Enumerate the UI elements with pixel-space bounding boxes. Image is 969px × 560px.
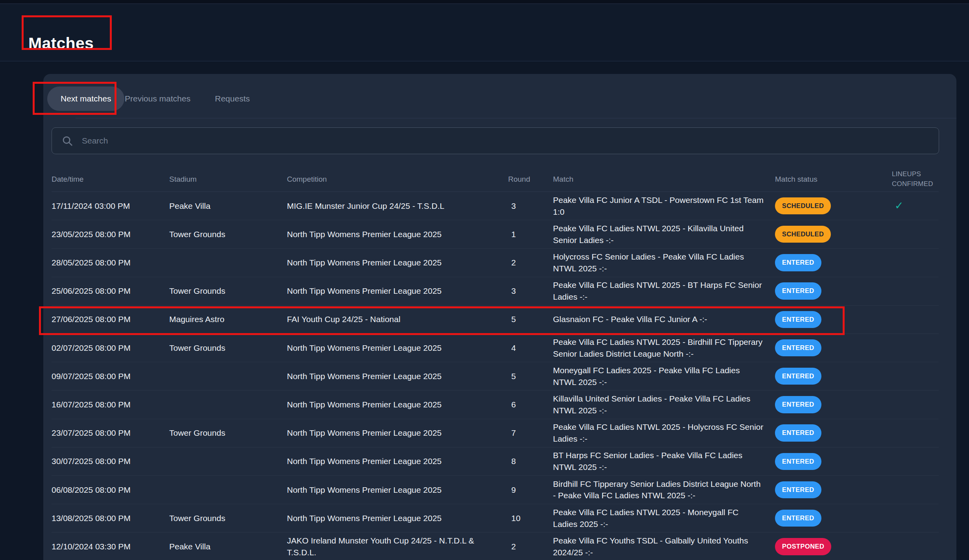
match-cell: Peake Villa FC Ladies NTWL 2025 - Killav… [553, 223, 775, 246]
datetime-cell: 23/05/2025 08:00 PM [52, 228, 169, 240]
match-cell: Peake Villa FC Ladies NTWL 2025 - BT Har… [553, 279, 775, 303]
competition-cell: North Tipp Womens Premier League 2025 [287, 257, 508, 269]
top-strip [0, 0, 969, 4]
table-body: 17/11/2024 03:00 PM Peake Villa MIG.IE M… [52, 192, 939, 560]
table-row[interactable]: 28/05/2025 08:00 PM North Tipp Womens Pr… [52, 249, 939, 277]
match-cell: Peake Villa FC Ladies NTWL 2025 - Birdhi… [553, 336, 775, 360]
table-row[interactable]: 09/07/2025 08:00 PM North Tipp Womens Pr… [52, 362, 939, 391]
status-badge: ENTERED [775, 368, 821, 385]
datetime-cell: 17/11/2024 03:00 PM [52, 200, 169, 212]
competition-cell: North Tipp Womens Premier League 2025 [287, 342, 508, 354]
match-cell: Moneygall FC Ladies 2025 - Peake Villa F… [553, 365, 775, 388]
column-header-round: Round [508, 175, 553, 184]
status-cell: ENTERED [775, 254, 886, 271]
competition-cell: North Tipp Womens Premier League 2025 [287, 484, 508, 496]
tab-requests[interactable]: Requests [215, 87, 250, 111]
round-cell: 1 [508, 228, 553, 240]
status-badge: ENTERED [775, 424, 821, 441]
match-cell: BT Harps FC Senior Ladies - Peake Villa … [553, 449, 775, 473]
column-header-match: Match [553, 175, 775, 184]
competition-cell: North Tipp Womens Premier League 2025 [287, 370, 508, 382]
status-cell: ENTERED [775, 339, 886, 356]
table-row[interactable]: 12/10/2024 03:30 PM Peake Villa JAKO Ire… [52, 532, 939, 560]
search-box[interactable] [52, 127, 939, 154]
table-row[interactable]: 13/08/2025 08:00 PM Tower Grounds North … [52, 504, 939, 532]
tab-previous-matches[interactable]: Previous matches [125, 87, 190, 111]
table-row[interactable]: 25/06/2025 08:00 PM Tower Grounds North … [52, 277, 939, 306]
lineups-confirmed-check-icon: ✓ [895, 200, 904, 212]
status-badge: ENTERED [775, 453, 821, 470]
match-cell: Holycross FC Senior Ladies - Peake Villa… [553, 251, 775, 274]
datetime-cell: 27/06/2025 08:00 PM [52, 313, 169, 325]
match-cell: Peake Villa FC Ladies NTWL 2025 - Moneyg… [553, 507, 775, 530]
page-title: Matches [28, 34, 94, 52]
datetime-cell: 16/07/2025 08:00 PM [52, 399, 169, 411]
match-cell: Birdhill FC Tipperary Senior Ladies Dist… [553, 478, 775, 502]
competition-cell: North Tipp Womens Premier League 2025 [287, 512, 508, 524]
round-cell: 10 [508, 512, 553, 524]
search-input[interactable] [81, 136, 939, 146]
status-badge: SCHEDULED [775, 197, 831, 214]
status-badge: ENTERED [775, 282, 821, 299]
status-cell: SCHEDULED [775, 226, 886, 243]
tabs-divider [76, 118, 956, 118]
match-cell: Killavilla United Senior Ladies - Peake … [553, 393, 775, 416]
round-cell: 5 [508, 313, 553, 325]
status-cell: ENTERED [775, 368, 886, 385]
column-header-match-status: Match status [775, 175, 886, 184]
status-cell: ENTERED [775, 510, 886, 527]
competition-cell: North Tipp Womens Premier League 2025 [287, 455, 508, 467]
table-row[interactable]: 02/07/2025 08:00 PM Tower Grounds North … [52, 334, 939, 362]
status-badge: ENTERED [775, 311, 821, 328]
table-row[interactable]: 27/06/2025 08:00 PM Maguires Astro FAI Y… [52, 306, 939, 334]
stadium-cell: Tower Grounds [169, 285, 287, 297]
datetime-cell: 28/05/2025 08:00 PM [52, 257, 169, 269]
round-cell: 9 [508, 484, 553, 496]
round-cell: 8 [508, 455, 553, 467]
status-cell: ENTERED [775, 311, 886, 328]
competition-cell: North Tipp Womens Premier League 2025 [287, 399, 508, 411]
datetime-cell: 13/08/2025 08:00 PM [52, 512, 169, 524]
round-cell: 3 [508, 200, 553, 212]
datetime-cell: 23/07/2025 08:00 PM [52, 427, 169, 439]
status-cell: ENTERED [775, 453, 886, 470]
status-cell: ENTERED [775, 396, 886, 413]
table-row[interactable]: 23/05/2025 08:00 PM Tower Grounds North … [52, 220, 939, 249]
table-row[interactable]: 06/08/2025 08:00 PM North Tipp Womens Pr… [52, 476, 939, 504]
tab-bar: Next matches Previous matches Requests [43, 74, 956, 118]
status-cell: ENTERED [775, 424, 886, 441]
stadium-cell: Tower Grounds [169, 342, 287, 354]
datetime-cell: 25/06/2025 08:00 PM [52, 285, 169, 297]
table-header-row: Date/time Stadium Competition Round Matc… [52, 167, 939, 192]
competition-cell: JAKO Ireland Munster Youth Cup 24/25 - N… [287, 535, 508, 558]
table-row[interactable]: 17/11/2024 03:00 PM Peake Villa MIG.IE M… [52, 192, 939, 220]
status-cell: POSTPONED [775, 538, 886, 555]
table-row[interactable]: 16/07/2025 08:00 PM North Tipp Womens Pr… [52, 391, 939, 419]
search-icon [61, 135, 73, 147]
matches-table: Date/time Stadium Competition Round Matc… [52, 167, 939, 560]
datetime-cell: 12/10/2024 03:30 PM [52, 541, 169, 553]
lineups-cell: ✓ [886, 198, 939, 213]
competition-cell: North Tipp Womens Premier League 2025 [287, 427, 508, 439]
stadium-cell: Tower Grounds [169, 427, 287, 439]
status-badge: ENTERED [775, 396, 821, 413]
round-cell: 7 [508, 427, 553, 439]
datetime-cell: 09/07/2025 08:00 PM [52, 370, 169, 382]
status-badge: ENTERED [775, 481, 821, 498]
datetime-cell: 30/07/2025 08:00 PM [52, 455, 169, 467]
stadium-cell: Tower Grounds [169, 512, 287, 524]
column-header-stadium: Stadium [169, 175, 287, 184]
table-row[interactable]: 23/07/2025 08:00 PM Tower Grounds North … [52, 419, 939, 448]
competition-cell: MIG.IE Munster Junior Cup 24/25 - T.S.D.… [287, 200, 508, 212]
status-badge: ENTERED [775, 510, 821, 527]
status-badge: POSTPONED [775, 538, 831, 555]
tab-next-matches[interactable]: Next matches [47, 87, 124, 111]
status-badge: ENTERED [775, 339, 821, 356]
page-header: Matches [0, 4, 969, 61]
table-row[interactable]: 30/07/2025 08:00 PM North Tipp Womens Pr… [52, 448, 939, 476]
match-cell: Peake Villa FC Junior A TSDL - Powerstow… [553, 194, 775, 218]
match-cell: Peake Villa FC Youths TSDL - Galbally Un… [553, 535, 775, 558]
status-cell: SCHEDULED [775, 197, 886, 214]
round-cell: 6 [508, 399, 553, 411]
round-cell: 2 [508, 257, 553, 269]
